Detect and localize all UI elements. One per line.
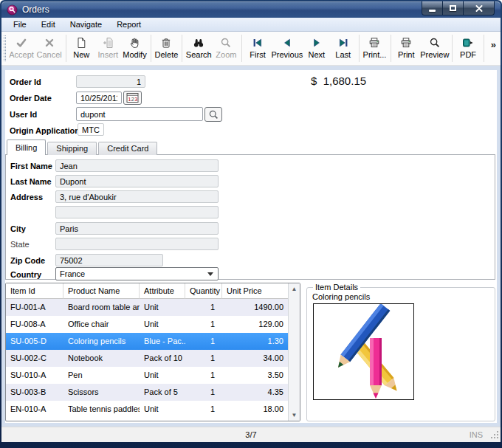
record-position: 3/7 <box>1 427 501 442</box>
table-row[interactable]: SU-002-C Notebook Pack of 10 1 34.00 <box>6 350 300 367</box>
last-name-field[interactable] <box>55 175 219 187</box>
order-date-field[interactable] <box>76 92 122 104</box>
accept-button[interactable]: Accept <box>7 32 35 65</box>
origin-application-value: MTC <box>78 123 104 136</box>
user-lookup-button[interactable] <box>204 107 222 122</box>
order-total: $ 1,680.15 <box>311 75 366 87</box>
new-button[interactable]: New <box>68 32 94 65</box>
binoculars-icon <box>193 35 204 49</box>
zip-code-field[interactable] <box>55 254 163 266</box>
menu-report[interactable]: Report <box>109 18 148 31</box>
first-name-field[interactable] <box>55 159 219 172</box>
close-button[interactable] <box>463 1 495 15</box>
origin-application-label: Origin Application <box>10 126 80 135</box>
caption-buttons <box>422 1 495 15</box>
table-row-selected[interactable]: SU-005-D Coloring pencils Blue - Pac... … <box>6 333 300 350</box>
delete-button[interactable]: Delete <box>153 32 179 65</box>
tab-credit-card[interactable]: Credit Card <box>98 142 157 155</box>
app-logo-icon <box>7 4 18 15</box>
table-row[interactable]: SU-003-B Scissors Pack of 5 1 4.35 <box>6 384 300 401</box>
next-icon <box>311 35 323 49</box>
table-header: Item Id Product Name Attribute Quantity … <box>6 283 300 299</box>
cancel-button[interactable]: Cancel <box>35 32 63 65</box>
pdf-export-icon <box>462 35 474 49</box>
modify-button[interactable]: Modify <box>121 32 148 65</box>
calendar-icon: 123 <box>126 92 139 103</box>
insert-page-icon <box>102 35 114 49</box>
menu-bar: File Edit Navigate Report <box>1 18 501 32</box>
state-field[interactable] <box>55 238 219 250</box>
next-button[interactable]: Next <box>303 32 330 65</box>
tab-billing[interactable]: Billing <box>7 139 46 155</box>
hand-icon <box>128 35 140 49</box>
column-header-attribute[interactable]: Attribute <box>140 283 185 299</box>
tab-shipping[interactable]: Shipping <box>47 142 97 155</box>
table-row[interactable]: SU-010-A Pen Unit 1 3.50 <box>6 367 300 384</box>
last-icon <box>337 35 349 49</box>
table-scrollbar[interactable]: ▲ ▼ <box>288 283 300 421</box>
zip-code-label: Zip Code <box>10 256 45 265</box>
country-label: Country <box>10 270 41 279</box>
column-header-unit-price[interactable]: Unit Price <box>222 283 288 299</box>
column-header-product-name[interactable]: Product Name <box>63 283 140 299</box>
product-image <box>313 303 414 400</box>
country-value: France <box>60 269 85 278</box>
address-label: Address <box>10 193 43 201</box>
search-button[interactable]: Search <box>185 32 213 65</box>
table-row[interactable]: EN-010-A Table tennis paddles... Unit 1 … <box>6 401 300 418</box>
insert-button[interactable]: Insert <box>94 32 121 65</box>
preview-button[interactable]: Preview <box>419 32 450 65</box>
city-label: City <box>10 224 26 233</box>
svg-text:3: 3 <box>134 97 137 102</box>
toolbar-grip[interactable] <box>4 35 6 61</box>
magnifier-icon <box>220 35 232 49</box>
print-button[interactable]: Print <box>393 32 419 65</box>
user-id-label: User Id <box>10 110 37 119</box>
maximize-icon <box>450 5 456 11</box>
table-row[interactable]: FU-001-A Board room table an... Unit 1 1… <box>6 299 300 316</box>
first-button[interactable]: First <box>244 32 271 65</box>
column-header-item-id[interactable]: Item Id <box>6 283 63 299</box>
item-details-group: Item Details Coloring pencils <box>306 283 495 421</box>
city-field[interactable] <box>55 222 219 235</box>
menu-file[interactable]: File <box>6 18 34 31</box>
menu-navigate[interactable]: Navigate <box>63 18 109 31</box>
table-row[interactable]: FU-008-A Office chair Unit 1 129.00 <box>6 316 300 333</box>
close-icon <box>475 5 483 12</box>
chevron-down-icon <box>207 272 213 276</box>
previous-button[interactable]: Previous <box>271 32 303 65</box>
window-title: Orders <box>22 4 49 15</box>
toolbar-separator <box>66 35 66 62</box>
zoom-button[interactable]: Zoom <box>213 32 239 65</box>
last-button[interactable]: Last <box>330 32 357 65</box>
resize-grip[interactable] <box>491 431 499 441</box>
x-icon <box>44 35 55 49</box>
address-line2-field[interactable] <box>55 206 219 218</box>
trash-icon <box>160 35 172 49</box>
toolbar-separator <box>452 35 453 62</box>
minimize-button[interactable] <box>422 1 443 15</box>
maximize-button[interactable] <box>443 1 463 15</box>
billing-panel: First Name Last Name Address City State … <box>5 154 495 280</box>
toolbar: Accept Cancel New Insert Modify <box>1 32 501 66</box>
new-page-icon <box>75 35 87 49</box>
country-combobox[interactable]: France <box>55 267 219 280</box>
status-bar: 3/7 INS <box>1 427 501 442</box>
title-bar[interactable]: Orders <box>1 1 501 18</box>
check-icon <box>16 35 27 49</box>
address-line1-field[interactable] <box>55 190 219 203</box>
column-header-quantity[interactable]: Quantity <box>185 283 222 299</box>
tab-strip: Billing Shipping Credit Card <box>7 139 159 155</box>
svg-text:2: 2 <box>131 97 134 102</box>
toolbar-overflow-chevron[interactable]: » <box>486 39 501 50</box>
order-id-field[interactable] <box>76 75 145 88</box>
user-id-field[interactable] <box>76 107 203 121</box>
previous-icon <box>281 35 293 49</box>
order-date-label: Order Date <box>10 94 52 103</box>
pdf-button[interactable]: PDF <box>455 32 481 65</box>
scroll-up-icon[interactable]: ▲ <box>289 283 300 294</box>
date-picker-button[interactable]: 123 <box>123 91 142 105</box>
print-dialog-button[interactable]: Print... <box>361 32 388 65</box>
scroll-down-icon[interactable]: ▼ <box>289 410 300 421</box>
menu-edit[interactable]: Edit <box>34 18 63 31</box>
